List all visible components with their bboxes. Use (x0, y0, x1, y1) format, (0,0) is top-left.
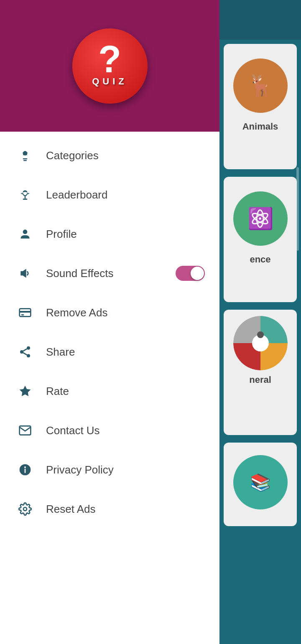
credit-card-icon (15, 302, 36, 323)
sidebar-item-contact-us[interactable]: Contact Us (0, 411, 219, 450)
mail-icon (15, 420, 36, 441)
reset-ads-label: Reset Ads (46, 503, 205, 516)
svg-point-14 (20, 350, 23, 354)
svg-rect-6 (25, 196, 26, 199)
bg-card-science: ⚛️ ence (224, 177, 297, 302)
general-label: neral (245, 370, 275, 389)
quiz-text: QUIZ (92, 76, 128, 87)
quiz-logo: ? QUIZ (70, 26, 150, 106)
books-image: 📚 (233, 455, 288, 509)
leaderboard-icon (15, 184, 36, 205)
star-icon (15, 381, 36, 402)
scrollbar[interactable] (296, 167, 299, 251)
toggle-knob (191, 267, 204, 280)
menu-list: Categories Leaderboard (0, 132, 219, 644)
svg-point-13 (27, 346, 30, 350)
sidebar-item-categories[interactable]: Categories (0, 136, 219, 175)
question-mark-icon: ? (98, 41, 121, 78)
privacy-policy-label: Privacy Policy (46, 463, 205, 476)
svg-rect-12 (21, 314, 24, 316)
svg-rect-5 (23, 160, 27, 161)
science-label: ence (245, 250, 275, 269)
sidebar-item-leaderboard[interactable]: Leaderboard (0, 175, 219, 214)
svg-rect-11 (20, 311, 31, 313)
share-icon (15, 341, 36, 362)
bg-card-animals: 🦌 Animals (224, 44, 297, 169)
deer-image: 🦌 (233, 59, 288, 113)
svg-rect-4 (23, 158, 28, 160)
science-image: ⚛️ (233, 191, 288, 246)
sidebar-item-privacy-policy[interactable]: Privacy Policy (0, 450, 219, 489)
svg-line-16 (23, 353, 27, 355)
svg-point-2 (257, 331, 264, 338)
svg-point-8 (23, 229, 28, 234)
svg-rect-7 (23, 199, 28, 200)
contact-us-label: Contact Us (46, 424, 205, 437)
sidebar-item-profile[interactable]: Profile (0, 214, 219, 254)
rate-label: Rate (46, 385, 205, 398)
sound-effects-toggle-wrapper (176, 266, 205, 281)
svg-marker-18 (20, 386, 31, 396)
gear-icon (15, 499, 36, 519)
remove-ads-label: Remove Ads (46, 306, 205, 319)
categories-label: Categories (46, 149, 205, 162)
svg-marker-9 (20, 269, 26, 277)
share-label: Share (46, 346, 205, 359)
categories-icon (15, 145, 36, 166)
sidebar-item-remove-ads[interactable]: Remove Ads (0, 293, 219, 332)
leaderboard-label: Leaderboard (46, 188, 205, 201)
quiz-circle: ? QUIZ (72, 28, 148, 104)
side-drawer: ? QUIZ Categories (0, 0, 219, 644)
general-image (233, 316, 288, 370)
svg-point-15 (27, 354, 30, 357)
sidebar-item-share[interactable]: Share (0, 332, 219, 372)
sidebar-item-reset-ads[interactable]: Reset Ads (0, 489, 219, 529)
svg-point-23 (23, 507, 27, 511)
bg-card-books: 📚 (224, 443, 297, 526)
profile-label: Profile (46, 228, 205, 241)
svg-line-17 (23, 349, 27, 351)
drawer-header: ? QUIZ (0, 0, 219, 132)
sound-icon (15, 263, 36, 284)
animals-label: Animals (238, 117, 283, 136)
profile-icon (15, 224, 36, 244)
sidebar-item-sound-effects[interactable]: Sound Effects (0, 254, 219, 293)
info-icon (15, 459, 36, 480)
bg-card-general: neral (224, 310, 297, 435)
svg-point-22 (24, 466, 26, 468)
sidebar-item-rate[interactable]: Rate (0, 372, 219, 411)
sound-effects-toggle[interactable] (176, 266, 205, 281)
